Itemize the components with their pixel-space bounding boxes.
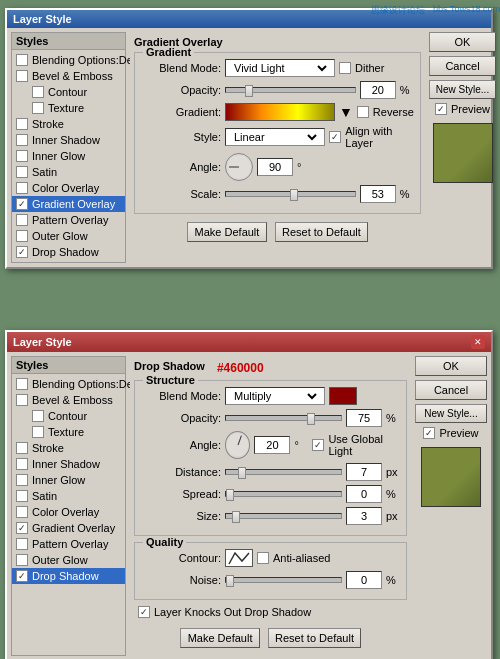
dither-checkbox[interactable] xyxy=(339,62,351,74)
opacity-thumb-1[interactable] xyxy=(245,85,253,97)
spread-slider[interactable] xyxy=(225,491,342,497)
reset-default-btn-1[interactable]: Reset to Default xyxy=(275,222,368,242)
spread-thumb[interactable] xyxy=(226,489,234,501)
noise-thumb[interactable] xyxy=(226,575,234,587)
make-default-btn-2[interactable]: Make Default xyxy=(180,628,260,648)
style2-contour[interactable]: Contour xyxy=(28,408,125,424)
ok-btn-2[interactable]: OK xyxy=(415,356,487,376)
preview-checkbox-2[interactable] xyxy=(423,427,435,439)
checkbox2-outer-glow[interactable] xyxy=(16,554,28,566)
style-inner-glow[interactable]: Inner Glow xyxy=(12,148,125,164)
anti-aliased-checkbox[interactable] xyxy=(257,552,269,564)
blend-mode-select-2[interactable]: Multiply xyxy=(225,387,325,405)
checkbox2-gradient-overlay[interactable] xyxy=(16,522,28,534)
gradient-preview[interactable] xyxy=(225,103,335,121)
global-light-checkbox[interactable] xyxy=(312,439,324,451)
checkbox2-satin[interactable] xyxy=(16,490,28,502)
angle-dial-1[interactable] xyxy=(225,153,253,181)
ok-btn-1[interactable]: OK xyxy=(429,32,496,52)
style2-gradient-overlay[interactable]: Gradient Overlay xyxy=(12,520,125,536)
opacity-thumb-2[interactable] xyxy=(307,413,315,425)
cancel-btn-1[interactable]: Cancel xyxy=(429,56,496,76)
style-bevel-emboss[interactable]: Bevel & Emboss xyxy=(12,68,125,84)
checkbox2-texture[interactable] xyxy=(32,426,44,438)
distance-input[interactable] xyxy=(346,463,382,481)
layer-knocks-checkbox[interactable] xyxy=(138,606,150,618)
style2-blending-options[interactable]: Blending Options:Default xyxy=(12,376,125,392)
checkbox-bevel[interactable] xyxy=(16,70,28,82)
checkbox-pattern-overlay[interactable] xyxy=(16,214,28,226)
checkbox2-bevel[interactable] xyxy=(16,394,28,406)
checkbox2-drop-shadow[interactable] xyxy=(16,570,28,582)
noise-slider[interactable] xyxy=(225,577,342,583)
checkbox-outer-glow[interactable] xyxy=(16,230,28,242)
checkbox-contour[interactable] xyxy=(32,86,44,98)
checkbox2-color-overlay[interactable] xyxy=(16,506,28,518)
checkbox-color-overlay[interactable] xyxy=(16,182,28,194)
size-thumb[interactable] xyxy=(232,511,240,523)
scale-thumb[interactable] xyxy=(290,189,298,201)
style2-drop-shadow-active[interactable]: Drop Shadow xyxy=(12,568,125,584)
style-color-overlay[interactable]: Color Overlay xyxy=(12,180,125,196)
checkbox-satin[interactable] xyxy=(16,166,28,178)
checkbox2-stroke[interactable] xyxy=(16,442,28,454)
style-select-input[interactable]: Linear xyxy=(230,130,320,144)
size-slider[interactable] xyxy=(225,513,342,519)
reverse-checkbox[interactable] xyxy=(357,106,369,118)
checkbox2-blending[interactable] xyxy=(16,378,28,390)
scale-input[interactable] xyxy=(360,185,396,203)
style2-color-overlay[interactable]: Color Overlay xyxy=(12,504,125,520)
style-pattern-overlay[interactable]: Pattern Overlay xyxy=(12,212,125,228)
noise-input[interactable] xyxy=(346,571,382,589)
angle-input-1[interactable] xyxy=(257,158,293,176)
preview-checkbox-1[interactable] xyxy=(435,103,447,115)
style2-satin[interactable]: Satin xyxy=(12,488,125,504)
checkbox-drop-shadow[interactable] xyxy=(16,246,28,258)
blend-mode-select-input-2[interactable]: Multiply xyxy=(230,389,320,403)
style2-inner-glow[interactable]: Inner Glow xyxy=(12,472,125,488)
style-gradient-overlay-active[interactable]: Gradient Overlay xyxy=(12,196,125,212)
checkbox-inner-glow[interactable] xyxy=(16,150,28,162)
style-stroke[interactable]: Stroke xyxy=(12,116,125,132)
scale-slider[interactable] xyxy=(225,191,356,197)
contour-preview[interactable] xyxy=(225,549,253,567)
style-satin[interactable]: Satin xyxy=(12,164,125,180)
opacity-slider-1[interactable] xyxy=(225,87,356,93)
opacity-slider-2[interactable] xyxy=(225,415,342,421)
checkbox-blending[interactable] xyxy=(16,54,28,66)
checkbox-texture[interactable] xyxy=(32,102,44,114)
style2-inner-shadow[interactable]: Inner Shadow xyxy=(12,456,125,472)
spread-input[interactable] xyxy=(346,485,382,503)
checkbox2-contour[interactable] xyxy=(32,410,44,422)
size-input[interactable] xyxy=(346,507,382,525)
opacity-input-1[interactable] xyxy=(360,81,396,99)
make-default-btn-1[interactable]: Make Default xyxy=(187,222,267,242)
style-select[interactable]: Linear xyxy=(225,128,325,146)
blend-mode-select-input-1[interactable]: Vivid Light xyxy=(230,61,330,75)
cancel-btn-2[interactable]: Cancel xyxy=(415,380,487,400)
align-checkbox[interactable] xyxy=(329,131,341,143)
style2-bevel-emboss[interactable]: Bevel & Emboss xyxy=(12,392,125,408)
checkbox-inner-shadow[interactable] xyxy=(16,134,28,146)
new-style-btn-1[interactable]: New Style... xyxy=(429,80,496,99)
shadow-color-swatch[interactable] xyxy=(329,387,357,405)
checkbox-stroke[interactable] xyxy=(16,118,28,130)
style-inner-shadow[interactable]: Inner Shadow xyxy=(12,132,125,148)
checkbox2-inner-shadow[interactable] xyxy=(16,458,28,470)
angle-dial-2[interactable] xyxy=(225,431,250,459)
style2-texture[interactable]: Texture xyxy=(28,424,125,440)
checkbox-gradient-overlay[interactable] xyxy=(16,198,28,210)
new-style-btn-2[interactable]: New Style... xyxy=(415,404,487,423)
style2-outer-glow[interactable]: Outer Glow xyxy=(12,552,125,568)
style2-stroke[interactable]: Stroke xyxy=(12,440,125,456)
close-btn-2[interactable]: ✕ xyxy=(471,335,485,349)
style2-pattern-overlay[interactable]: Pattern Overlay xyxy=(12,536,125,552)
style-texture[interactable]: Texture xyxy=(28,100,125,116)
blend-mode-select-1[interactable]: Vivid Light xyxy=(225,59,335,77)
style-contour[interactable]: Contour xyxy=(28,84,125,100)
checkbox2-inner-glow[interactable] xyxy=(16,474,28,486)
style-drop-shadow[interactable]: Drop Shadow xyxy=(12,244,125,260)
style-blending-options[interactable]: Blending Options:Default xyxy=(12,52,125,68)
opacity-input-2[interactable] xyxy=(346,409,382,427)
distance-thumb[interactable] xyxy=(238,467,246,479)
